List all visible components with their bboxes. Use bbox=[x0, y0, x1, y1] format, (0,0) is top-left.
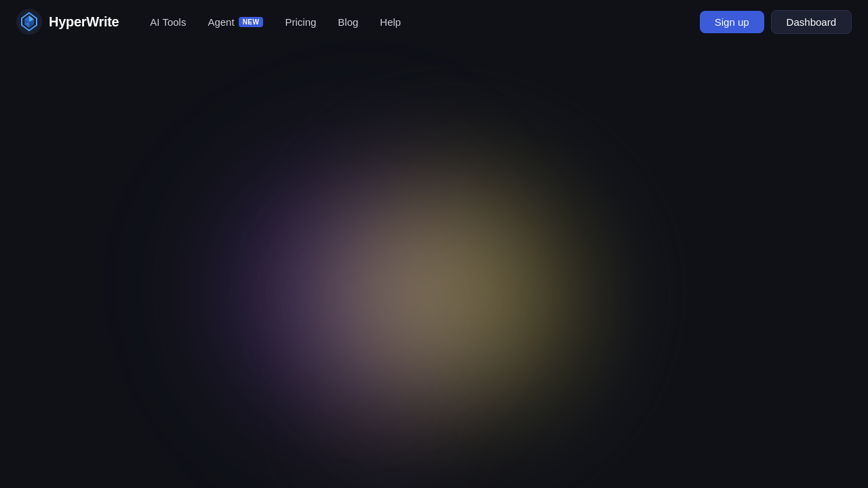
nav-links: AI Tools Agent NEW Pricing Blog Help bbox=[140, 12, 699, 32]
nav-link-pricing[interactable]: Pricing bbox=[275, 12, 326, 32]
logo-text: HyperWrite bbox=[49, 14, 119, 30]
main-content bbox=[0, 43, 868, 488]
sign-up-button[interactable]: Sign up bbox=[700, 11, 764, 33]
navbar: HyperWrite AI Tools Agent NEW Pricing Bl… bbox=[0, 0, 868, 43]
logo-link[interactable]: HyperWrite bbox=[16, 9, 119, 35]
nav-link-blog[interactable]: Blog bbox=[328, 12, 368, 32]
nav-actions: Sign up Dashboard bbox=[700, 10, 852, 34]
dashboard-button[interactable]: Dashboard bbox=[771, 10, 852, 34]
nav-link-help[interactable]: Help bbox=[370, 12, 410, 32]
nav-link-ai-tools[interactable]: AI Tools bbox=[140, 12, 195, 32]
logo-icon bbox=[16, 9, 42, 35]
nav-link-agent[interactable]: Agent NEW bbox=[198, 12, 273, 32]
agent-new-badge: NEW bbox=[239, 17, 264, 27]
